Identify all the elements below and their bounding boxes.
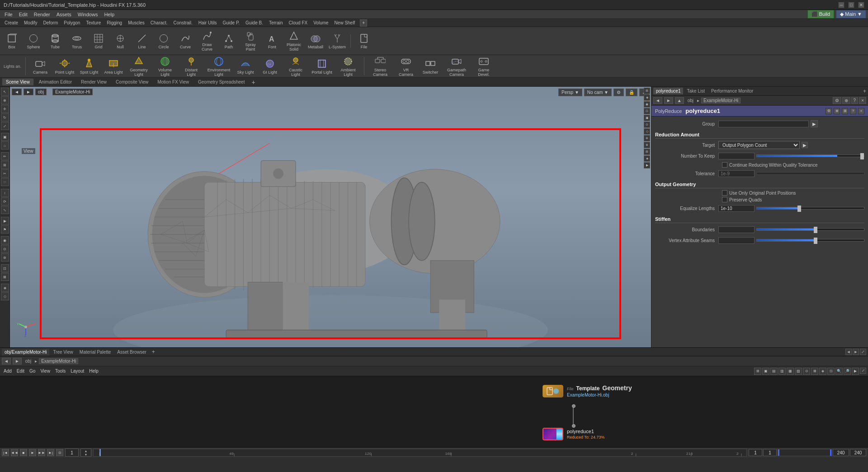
tool-caustic-light[interactable]: Caustic Light — [283, 55, 308, 78]
tool-game-devel[interactable]: Game Devel. — [472, 55, 496, 78]
submenu-guideb[interactable]: Guide B. — [243, 20, 266, 26]
net-tb-10[interactable]: ⊡ — [827, 368, 835, 375]
tool-metaball[interactable]: Metaball — [306, 32, 326, 50]
tool-transform[interactable]: ⊕ — [1, 96, 9, 104]
menu-file[interactable]: File — [2, 11, 15, 18]
tl-range-start-handle[interactable] — [778, 449, 779, 456]
submenu-constrail[interactable]: Constrail. — [171, 20, 195, 26]
tool-s2[interactable]: ⤡ — [1, 206, 9, 214]
tool-handle[interactable]: ⊙ — [1, 245, 9, 253]
tool-platonic-solid[interactable]: Platonic Solid — [284, 30, 304, 52]
net-menu-go[interactable]: Go — [28, 368, 37, 374]
ph-close[interactable]: × — [858, 108, 864, 114]
tool-sphere[interactable]: Sphere — [24, 32, 43, 50]
net-tb-max[interactable]: ⤢ — [860, 368, 866, 374]
bpanel-tab-obj[interactable]: obj/ExampleMotor-Hi — [2, 349, 49, 355]
tool-geometry-light[interactable]: GeometryLight — [127, 55, 151, 78]
minimize-button[interactable]: ─ — [838, 2, 844, 8]
build-button[interactable]: ⬛ Build — [807, 10, 835, 19]
tl-range-end-handle[interactable] — [830, 449, 831, 456]
vertattrib-slider-handle[interactable] — [814, 238, 817, 244]
submenu-texture[interactable]: Texture — [83, 20, 104, 26]
bpanel-tab-ctrl-3[interactable]: ⤢ — [860, 349, 866, 355]
menu-help[interactable]: Help — [101, 11, 117, 18]
tool-select[interactable]: ↖ — [1, 88, 9, 96]
prop-group-input[interactable] — [718, 121, 809, 127]
vp-back-btn[interactable]: ◄ — [12, 89, 22, 95]
tl-play[interactable]: ► — [29, 449, 36, 456]
prop-boundaries-slider[interactable] — [756, 228, 864, 231]
tool-rot2[interactable]: ⟳ — [1, 197, 9, 206]
tool-spray-paint[interactable]: Spray Paint — [241, 30, 260, 52]
tl-next[interactable]: ►► — [38, 449, 45, 456]
rpanel-nav-icon-2[interactable]: ⊕ — [842, 97, 850, 104]
submenu-muscles[interactable]: Muscles — [125, 20, 147, 26]
tl-end-frame[interactable] — [833, 449, 849, 456]
vp-lock[interactable]: 🔒 — [626, 89, 637, 96]
vp-path-motor[interactable]: ExampleMotor-Hi — [52, 89, 93, 95]
vp-rt-btn-5[interactable]: ▣ — [644, 115, 650, 121]
desk-button[interactable]: ◆ Main ▼ — [836, 10, 866, 19]
net-tb-5[interactable]: ▦ — [787, 368, 794, 375]
bpanel-add-tab[interactable]: + — [152, 349, 155, 355]
prop-boundaries-input[interactable]: 1 — [718, 226, 755, 233]
tool-move2[interactable]: ↕ — [1, 189, 9, 197]
tl-frame-stepper[interactable]: ▲ ▼ — [80, 449, 91, 457]
tool-area-light[interactable]: Area Light — [102, 57, 125, 75]
submenu-modify[interactable]: Modify — [21, 20, 40, 26]
tool-brush[interactable]: ⊞ — [1, 161, 9, 169]
tool-switcher[interactable]: Switcher — [419, 57, 442, 75]
net-tb-9[interactable]: ◈ — [819, 368, 826, 375]
tool-vr-camera[interactable]: VR Camera — [395, 55, 417, 78]
net-tb-7[interactable]: ⊙ — [803, 368, 810, 375]
net-menu-add[interactable]: Add — [2, 368, 14, 374]
rpanel-forward[interactable]: ► — [664, 97, 673, 104]
vp-rt-btn-4[interactable]: ⊡ — [644, 108, 650, 114]
rpanel-tab-polyreduce[interactable]: polyreduce1 — [653, 88, 683, 94]
tool-torus[interactable]: Torus — [67, 32, 87, 50]
viewport[interactable]: ◄ ► obj ▸ ExampleMotor-Hi Persp ▼ No cam… — [10, 87, 651, 347]
vp-rt-btn-2[interactable]: ◈ — [644, 94, 650, 101]
tool-line[interactable]: Line — [132, 32, 152, 50]
net-tb-6[interactable]: ▧ — [795, 368, 802, 375]
prop-vertattrib-input[interactable]: 1 — [718, 237, 755, 244]
submenu-expand[interactable]: + — [360, 19, 367, 27]
tl-playback-range[interactable] — [778, 449, 832, 456]
tool-spot-light[interactable]: Spot Light — [78, 57, 100, 75]
polyreduce-node[interactable]: polyreduce1 Reduced To: 24.73% — [542, 428, 604, 440]
tool-move[interactable]: ✛ — [1, 105, 9, 113]
tab-geometry-spreadsheet[interactable]: Geometry Spreadsheet — [194, 78, 249, 86]
net-tb-1[interactable]: ⊞ — [754, 368, 761, 375]
tool-paint[interactable]: ✏ — [1, 152, 9, 160]
network-view[interactable]: File Template Geometry ExampleMotor-Hi.o… — [0, 376, 868, 447]
tl-ruler[interactable]: 1 49 120 168 2 216 2 — [93, 449, 747, 457]
tool-env-light[interactable]: EnvironmentLight — [205, 55, 232, 78]
tl-realtime[interactable]: ⊙ — [56, 449, 63, 456]
vp-rt-btn-6[interactable]: ⊙ — [644, 122, 650, 128]
tool-distant-light[interactable]: Distant Light — [179, 55, 203, 78]
prop-continuereducing-checkbox[interactable] — [722, 162, 727, 168]
close-button[interactable]: ✕ — [858, 2, 864, 8]
submenu-hairutils[interactable]: Hair Utils — [196, 20, 220, 26]
tool-volume-light[interactable]: Volume Light — [153, 55, 177, 78]
prop-vertattrib-slider[interactable] — [756, 239, 864, 242]
submenu-deform[interactable]: Deform — [40, 20, 61, 26]
vp-rt-btn-9[interactable]: ⊗ — [644, 142, 650, 148]
prop-useoriginal-checkbox[interactable] — [722, 190, 727, 196]
net-tb-zoom-out[interactable]: 🔎 — [844, 368, 851, 375]
bpanel-tab-ctrl-2[interactable]: ► — [853, 349, 859, 355]
net-tb-zoom[interactable]: 🔍 — [835, 368, 843, 375]
tl-start-frame[interactable] — [749, 449, 762, 456]
tool-tube[interactable]: Tube — [45, 32, 65, 50]
vp-path-obj[interactable]: obj — [35, 89, 47, 95]
rpanel-nav-icon-1[interactable]: ⚙ — [833, 97, 841, 104]
tool-pose[interactable]: ☞ — [1, 178, 9, 186]
tool-rotate[interactable]: ↻ — [1, 113, 9, 122]
rpanel-back[interactable]: ◄ — [653, 97, 662, 104]
submenu-create[interactable]: Create — [2, 20, 21, 26]
tool-circle[interactable]: Circle — [154, 32, 174, 50]
bpanel-tab-ctrl-1[interactable]: ◄ — [845, 349, 852, 355]
bpanel-path-motor[interactable]: ExampleMotor-Hi — [39, 358, 78, 364]
tl-stop[interactable]: ■ — [20, 449, 27, 456]
tab-add-button[interactable]: + — [251, 79, 255, 86]
